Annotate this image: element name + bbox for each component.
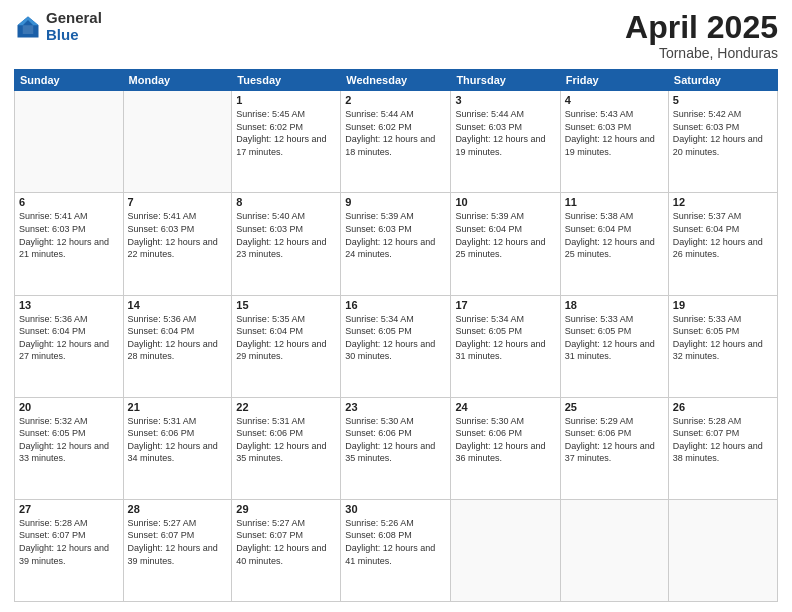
- calendar-day-cell: [451, 499, 560, 601]
- day-info: Sunrise: 5:33 AM Sunset: 6:05 PM Dayligh…: [565, 313, 664, 363]
- day-number: 27: [19, 503, 119, 515]
- calendar-day-cell: 28Sunrise: 5:27 AM Sunset: 6:07 PM Dayli…: [123, 499, 232, 601]
- day-number: 16: [345, 299, 446, 311]
- day-number: 30: [345, 503, 446, 515]
- day-number: 26: [673, 401, 773, 413]
- header-friday: Friday: [560, 70, 668, 91]
- day-info: Sunrise: 5:29 AM Sunset: 6:06 PM Dayligh…: [565, 415, 664, 465]
- day-info: Sunrise: 5:34 AM Sunset: 6:05 PM Dayligh…: [345, 313, 446, 363]
- day-info: Sunrise: 5:35 AM Sunset: 6:04 PM Dayligh…: [236, 313, 336, 363]
- day-number: 21: [128, 401, 228, 413]
- page: General Blue April 2025 Tornabe, Hondura…: [0, 0, 792, 612]
- calendar-day-cell: 21Sunrise: 5:31 AM Sunset: 6:06 PM Dayli…: [123, 397, 232, 499]
- day-info: Sunrise: 5:39 AM Sunset: 6:03 PM Dayligh…: [345, 210, 446, 260]
- calendar-day-cell: 13Sunrise: 5:36 AM Sunset: 6:04 PM Dayli…: [15, 295, 124, 397]
- calendar-week-row: 13Sunrise: 5:36 AM Sunset: 6:04 PM Dayli…: [15, 295, 778, 397]
- day-info: Sunrise: 5:31 AM Sunset: 6:06 PM Dayligh…: [128, 415, 228, 465]
- day-number: 5: [673, 94, 773, 106]
- logo-general: General: [46, 10, 102, 27]
- calendar-day-cell: 25Sunrise: 5:29 AM Sunset: 6:06 PM Dayli…: [560, 397, 668, 499]
- calendar-day-cell: 15Sunrise: 5:35 AM Sunset: 6:04 PM Dayli…: [232, 295, 341, 397]
- day-number: 28: [128, 503, 228, 515]
- header-wednesday: Wednesday: [341, 70, 451, 91]
- day-info: Sunrise: 5:26 AM Sunset: 6:08 PM Dayligh…: [345, 517, 446, 567]
- header-thursday: Thursday: [451, 70, 560, 91]
- calendar-day-cell: 2Sunrise: 5:44 AM Sunset: 6:02 PM Daylig…: [341, 91, 451, 193]
- day-number: 13: [19, 299, 119, 311]
- day-info: Sunrise: 5:27 AM Sunset: 6:07 PM Dayligh…: [128, 517, 228, 567]
- logo-text: General Blue: [46, 10, 102, 43]
- calendar-day-cell: 3Sunrise: 5:44 AM Sunset: 6:03 PM Daylig…: [451, 91, 560, 193]
- logo-blue: Blue: [46, 27, 102, 44]
- day-info: Sunrise: 5:44 AM Sunset: 6:03 PM Dayligh…: [455, 108, 555, 158]
- day-number: 2: [345, 94, 446, 106]
- header: General Blue April 2025 Tornabe, Hondura…: [14, 10, 778, 61]
- day-number: 11: [565, 196, 664, 208]
- day-info: Sunrise: 5:43 AM Sunset: 6:03 PM Dayligh…: [565, 108, 664, 158]
- calendar-day-cell: 8Sunrise: 5:40 AM Sunset: 6:03 PM Daylig…: [232, 193, 341, 295]
- title-location: Tornabe, Honduras: [625, 45, 778, 61]
- calendar-day-cell: 4Sunrise: 5:43 AM Sunset: 6:03 PM Daylig…: [560, 91, 668, 193]
- day-number: 6: [19, 196, 119, 208]
- day-number: 19: [673, 299, 773, 311]
- day-info: Sunrise: 5:28 AM Sunset: 6:07 PM Dayligh…: [673, 415, 773, 465]
- calendar-day-cell: [668, 499, 777, 601]
- calendar-day-cell: 20Sunrise: 5:32 AM Sunset: 6:05 PM Dayli…: [15, 397, 124, 499]
- day-number: 25: [565, 401, 664, 413]
- calendar-table: Sunday Monday Tuesday Wednesday Thursday…: [14, 69, 778, 602]
- calendar-day-cell: 27Sunrise: 5:28 AM Sunset: 6:07 PM Dayli…: [15, 499, 124, 601]
- calendar-day-cell: 22Sunrise: 5:31 AM Sunset: 6:06 PM Dayli…: [232, 397, 341, 499]
- header-saturday: Saturday: [668, 70, 777, 91]
- day-number: 10: [455, 196, 555, 208]
- calendar-day-cell: 18Sunrise: 5:33 AM Sunset: 6:05 PM Dayli…: [560, 295, 668, 397]
- day-info: Sunrise: 5:30 AM Sunset: 6:06 PM Dayligh…: [455, 415, 555, 465]
- day-number: 14: [128, 299, 228, 311]
- title-block: April 2025 Tornabe, Honduras: [625, 10, 778, 61]
- header-tuesday: Tuesday: [232, 70, 341, 91]
- logo-icon: [14, 13, 42, 41]
- day-number: 17: [455, 299, 555, 311]
- day-info: Sunrise: 5:39 AM Sunset: 6:04 PM Dayligh…: [455, 210, 555, 260]
- header-sunday: Sunday: [15, 70, 124, 91]
- calendar-day-cell: [560, 499, 668, 601]
- weekday-header-row: Sunday Monday Tuesday Wednesday Thursday…: [15, 70, 778, 91]
- calendar-day-cell: 5Sunrise: 5:42 AM Sunset: 6:03 PM Daylig…: [668, 91, 777, 193]
- day-number: 4: [565, 94, 664, 106]
- calendar-day-cell: 16Sunrise: 5:34 AM Sunset: 6:05 PM Dayli…: [341, 295, 451, 397]
- calendar-day-cell: [15, 91, 124, 193]
- day-info: Sunrise: 5:34 AM Sunset: 6:05 PM Dayligh…: [455, 313, 555, 363]
- day-number: 29: [236, 503, 336, 515]
- day-number: 1: [236, 94, 336, 106]
- calendar-day-cell: 7Sunrise: 5:41 AM Sunset: 6:03 PM Daylig…: [123, 193, 232, 295]
- day-info: Sunrise: 5:37 AM Sunset: 6:04 PM Dayligh…: [673, 210, 773, 260]
- calendar-day-cell: 29Sunrise: 5:27 AM Sunset: 6:07 PM Dayli…: [232, 499, 341, 601]
- day-info: Sunrise: 5:44 AM Sunset: 6:02 PM Dayligh…: [345, 108, 446, 158]
- day-number: 18: [565, 299, 664, 311]
- day-number: 7: [128, 196, 228, 208]
- day-number: 20: [19, 401, 119, 413]
- day-info: Sunrise: 5:40 AM Sunset: 6:03 PM Dayligh…: [236, 210, 336, 260]
- calendar-day-cell: 24Sunrise: 5:30 AM Sunset: 6:06 PM Dayli…: [451, 397, 560, 499]
- calendar-week-row: 1Sunrise: 5:45 AM Sunset: 6:02 PM Daylig…: [15, 91, 778, 193]
- calendar-day-cell: 1Sunrise: 5:45 AM Sunset: 6:02 PM Daylig…: [232, 91, 341, 193]
- day-info: Sunrise: 5:27 AM Sunset: 6:07 PM Dayligh…: [236, 517, 336, 567]
- day-info: Sunrise: 5:41 AM Sunset: 6:03 PM Dayligh…: [128, 210, 228, 260]
- day-info: Sunrise: 5:41 AM Sunset: 6:03 PM Dayligh…: [19, 210, 119, 260]
- day-info: Sunrise: 5:38 AM Sunset: 6:04 PM Dayligh…: [565, 210, 664, 260]
- day-number: 22: [236, 401, 336, 413]
- calendar-day-cell: [123, 91, 232, 193]
- day-info: Sunrise: 5:28 AM Sunset: 6:07 PM Dayligh…: [19, 517, 119, 567]
- title-month: April 2025: [625, 10, 778, 45]
- calendar-week-row: 6Sunrise: 5:41 AM Sunset: 6:03 PM Daylig…: [15, 193, 778, 295]
- calendar-day-cell: 17Sunrise: 5:34 AM Sunset: 6:05 PM Dayli…: [451, 295, 560, 397]
- day-number: 9: [345, 196, 446, 208]
- calendar-day-cell: 12Sunrise: 5:37 AM Sunset: 6:04 PM Dayli…: [668, 193, 777, 295]
- calendar-day-cell: 23Sunrise: 5:30 AM Sunset: 6:06 PM Dayli…: [341, 397, 451, 499]
- day-number: 24: [455, 401, 555, 413]
- calendar-day-cell: 14Sunrise: 5:36 AM Sunset: 6:04 PM Dayli…: [123, 295, 232, 397]
- day-number: 12: [673, 196, 773, 208]
- calendar-day-cell: 9Sunrise: 5:39 AM Sunset: 6:03 PM Daylig…: [341, 193, 451, 295]
- svg-rect-2: [23, 25, 34, 34]
- day-info: Sunrise: 5:36 AM Sunset: 6:04 PM Dayligh…: [128, 313, 228, 363]
- day-info: Sunrise: 5:36 AM Sunset: 6:04 PM Dayligh…: [19, 313, 119, 363]
